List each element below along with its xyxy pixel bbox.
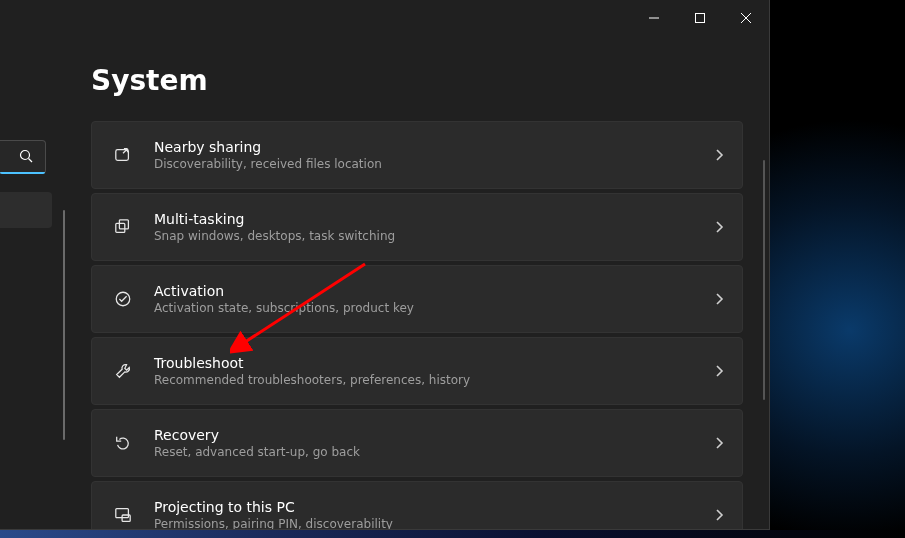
item-activation[interactable]: Activation Activation state, subscriptio… xyxy=(91,265,743,333)
chevron-right-icon xyxy=(714,362,724,381)
svg-point-4 xyxy=(21,150,30,159)
item-title: Multi-tasking xyxy=(154,211,714,227)
close-button[interactable] xyxy=(723,0,769,36)
chevron-right-icon xyxy=(714,146,724,165)
item-subtitle: Snap windows, desktops, task switching xyxy=(154,229,714,243)
svg-line-5 xyxy=(29,158,33,162)
item-title: Projecting to this PC xyxy=(154,499,714,515)
activate-icon xyxy=(110,290,136,308)
svg-point-9 xyxy=(116,292,130,306)
project-icon xyxy=(110,506,136,524)
sidebar xyxy=(0,36,55,529)
minimize-button[interactable] xyxy=(631,0,677,36)
item-projecting[interactable]: Projecting to this PC Permissions, pairi… xyxy=(91,481,743,529)
svg-rect-6 xyxy=(116,150,129,161)
main-content: System Nearby sharing Discoverability, r… xyxy=(55,36,769,529)
settings-window: System Nearby sharing Discoverability, r… xyxy=(0,0,770,530)
item-multi-tasking[interactable]: Multi-tasking Snap windows, desktops, ta… xyxy=(91,193,743,261)
scrollbar[interactable] xyxy=(763,160,765,400)
item-title: Troubleshoot xyxy=(154,355,714,371)
chevron-right-icon xyxy=(714,506,724,525)
svg-rect-7 xyxy=(116,223,125,232)
recovery-icon xyxy=(110,434,136,452)
sidebar-scrollbar[interactable] xyxy=(63,210,65,440)
taskbar[interactable] xyxy=(0,530,905,538)
item-subtitle: Reset, advanced start-up, go back xyxy=(154,445,714,459)
settings-items: Nearby sharing Discoverability, received… xyxy=(91,121,743,529)
item-troubleshoot[interactable]: Troubleshoot Recommended troubleshooters… xyxy=(91,337,743,405)
item-subtitle: Permissions, pairing PIN, discoverabilit… xyxy=(154,517,714,529)
multitask-icon xyxy=(110,218,136,236)
item-subtitle: Activation state, subscriptions, product… xyxy=(154,301,714,315)
item-subtitle: Discoverability, received files location xyxy=(154,157,714,171)
item-title: Recovery xyxy=(154,427,714,443)
maximize-button[interactable] xyxy=(677,0,723,36)
svg-rect-8 xyxy=(119,220,128,229)
wrench-icon xyxy=(110,362,136,380)
item-subtitle: Recommended troubleshooters, preferences… xyxy=(154,373,714,387)
item-nearby-sharing[interactable]: Nearby sharing Discoverability, received… xyxy=(91,121,743,189)
page-title: System xyxy=(91,64,743,97)
share-icon xyxy=(110,146,136,164)
item-title: Activation xyxy=(154,283,714,299)
chevron-right-icon xyxy=(714,218,724,237)
chevron-right-icon xyxy=(714,290,724,309)
sidebar-item-system[interactable] xyxy=(0,192,52,228)
search-input[interactable] xyxy=(0,140,46,174)
item-recovery[interactable]: Recovery Reset, advanced start-up, go ba… xyxy=(91,409,743,477)
titlebar xyxy=(0,0,769,36)
chevron-right-icon xyxy=(714,434,724,453)
search-icon xyxy=(19,148,33,167)
svg-rect-1 xyxy=(696,14,705,23)
item-title: Nearby sharing xyxy=(154,139,714,155)
